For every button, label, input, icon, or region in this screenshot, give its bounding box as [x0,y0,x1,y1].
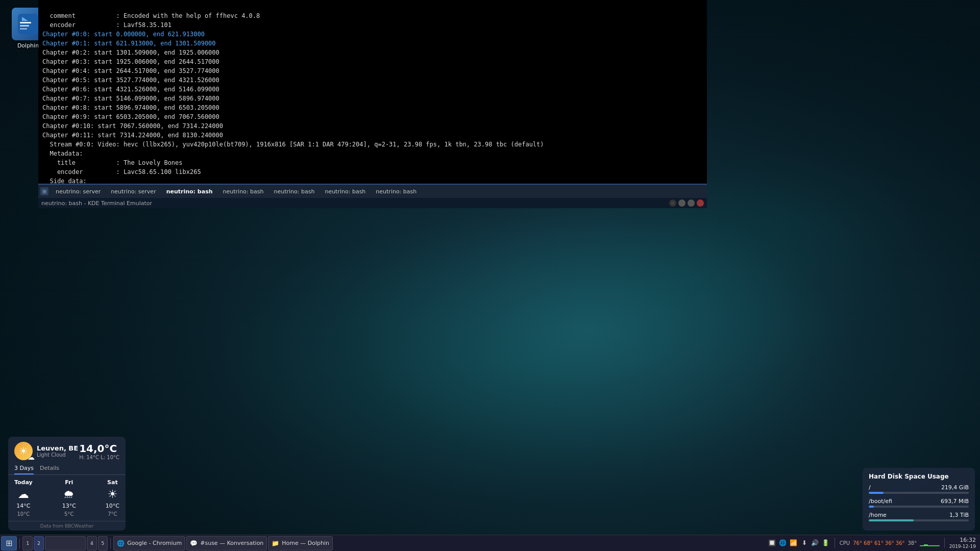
weather-day-sat-name: Sat [107,479,118,486]
terminal-tab-server1[interactable]: neutrino: server [51,187,106,196]
taskbar-sep-tray [835,538,835,548]
tray-bluetooth-icon[interactable]: 📶 [790,539,798,547]
term-line-comment: comment : Encoded with the help of ffhev… [42,12,260,19]
dolphin-taskbar-icon: 📁 [272,540,279,547]
pager-desktop-4[interactable]: 4 [87,536,97,550]
disk-mount-root: / [869,484,871,491]
term-line-ch10: Chapter #0:10: start 7067.560000, end 73… [42,122,223,130]
taskbar-dolphin[interactable]: 📁 Home — Dolphin [268,536,333,550]
tab-expand-btn[interactable]: ⊞ [40,187,48,195]
disk-row-home-header: /home 1,3 TiB [869,512,969,518]
terminal-minimize-btn[interactable]: — [678,199,685,207]
terminal-tab-bash1[interactable]: neutrino: bash [161,187,218,196]
weather-temperature: 14,0°C [79,442,119,455]
weather-widget: ☀ ☁ Leuven, BE Light Cloud 14,0°C H: 14°… [8,437,126,531]
tray-activities-icon[interactable]: 🔲 [768,539,776,547]
konversation-label: #suse — Konversation [200,540,263,546]
weather-day-sat: Sat ☀ 10°C 7°C [106,479,119,517]
weather-day-sat-icon: ☀ [108,488,118,500]
clock[interactable]: 16:32 2019-12-19 [949,537,976,550]
terminal-settings-btn[interactable]: ⚙ [669,199,676,207]
taskbar-sep-1 [19,538,20,548]
disk-mount-efi: /boot/efi [869,498,892,505]
weather-location-block: ☀ ☁ Leuven, BE Light Cloud [14,442,78,460]
gpu-temp: 38° [908,540,917,546]
term-line-ch00: Chapter #0:0: start 0.000000, end 621.91… [42,31,205,38]
weather-day-sat-hi: 10°C [106,503,119,509]
term-line-ch01: Chapter #0:1: start 621.913000, end 1301… [42,40,216,47]
taskbar-konversation[interactable]: 💬 #suse — Konversation [186,536,267,550]
weather-day-fri-lo: 5°C [64,511,74,517]
term-line-ch08: Chapter #0:8: start 5896.974000, end 650… [42,104,219,111]
term-line-ch04: Chapter #0:4: start 2644.517000, end 352… [42,67,219,74]
terminal-titlebar: neutrino: bash - KDE Terminal Emulator ⚙… [38,198,707,208]
terminal-tab-server2[interactable]: neutrino: server [106,187,161,196]
tray-network-icon[interactable]: 🌐 [779,539,787,547]
terminal-window: comment : Encoded with the help of ffhev… [38,0,707,207]
pager-desktop-2[interactable]: 2 [34,536,44,550]
weather-day-today-name: Today [14,479,33,486]
term-line-title1: title : The Lovely Bones [42,159,183,166]
pager-icon-4: 4 [90,541,93,546]
tray-updates-icon[interactable]: ⬇ [800,539,808,547]
disk-title: Hard Disk Space Usage [869,473,969,480]
weather-hi-lo: H: 14°C L: 10°C [79,455,119,460]
pager-icon-1: 1 [26,541,29,546]
term-line-ch11: Chapter #0:11: start 7314.224000, end 81… [42,132,223,139]
weather-days: Today ☁ 14°C 10°C Fri 🌧 13°C 5°C Sat ☀ 1… [8,475,126,521]
weather-hi: 14°C [86,455,99,460]
pager-icon-5: 5 [102,541,105,546]
cpu-stat: CPU [840,540,850,546]
term-line-ch06: Chapter #0:6: start 4321.526000, end 514… [42,86,219,93]
terminal-tab-bash3[interactable]: neutrino: bash [268,187,320,196]
taskbar-right: 🔲 🌐 📶 ⬇ 🔊 🔋 CPU 76° 68° 61° 36° 36° 38° … [768,537,980,550]
weather-day-sat-lo: 7°C [108,511,117,517]
weather-location-info: Leuven, BE Light Cloud [37,444,78,458]
disk-size-efi: 693,7 MiB [941,498,969,505]
disk-row-efi-header: /boot/efi 693,7 MiB [869,498,969,505]
weather-day-today-hi: 14°C [16,503,30,509]
pager-icon-2: 2 [37,541,40,546]
terminal-maximize-btn[interactable]: □ [688,199,695,207]
weather-tab-3days[interactable]: 3 Days [14,463,34,474]
terminal-content: comment : Encoded with the help of ffhev… [38,0,707,207]
terminal-tabbar: ⊞ neutrino: server neutrino: server neut… [38,184,707,198]
pager-desktop-5[interactable]: 5 [98,536,108,550]
konversation-icon: 💬 [190,540,198,547]
pager-desktop-1[interactable]: 1 [22,536,33,550]
tray-battery-icon[interactable]: 🔋 [822,539,830,547]
disk-row-root: / 219,4 GiB [869,484,969,494]
term-line-ch05: Chapter #0:5: start 3527.774000, end 432… [42,77,219,84]
weather-day-fri-hi: 13°C [62,503,76,509]
weather-temp-block: 14,0°C H: 14°C L: 10°C [79,442,119,460]
weather-description: Light Cloud [37,452,78,458]
weather-source: Data from BBCWeather [8,521,126,531]
taskbar-sep-2 [110,538,111,548]
disk-widget: Hard Disk Space Usage / 219,4 GiB /boot/… [863,468,975,531]
terminal-tab-bash2[interactable]: neutrino: bash [218,187,269,196]
dolphin-taskbar-label: Home — Dolphin [282,540,329,546]
weather-location-name: Leuven, BE [37,444,78,452]
terminal-close-btn[interactable]: ✕ [697,199,704,207]
terminal-tab-bash4[interactable]: neutrino: bash [320,187,371,196]
weather-icon: ☀ ☁ [14,442,33,460]
terminal-title-text: neutrino: bash - KDE Terminal Emulator [41,200,152,207]
start-button[interactable]: ⊞ [1,536,17,550]
pager-desktop-3[interactable] [45,536,86,550]
disk-bar-root [869,492,969,494]
taskbar-chromium[interactable]: 🌐 Google - Chromium [113,536,185,550]
svg-rect-3 [20,28,27,30]
tray-icons: 🔲 🌐 📶 ⬇ 🔊 🔋 [768,539,830,547]
term-line-stream00: Stream #0:0: Video: hevc (llbx265), yuv4… [42,141,544,148]
weather-tab-details[interactable]: Details [40,463,59,474]
taskbar: ⊞ 1 2 4 5 🌐 Google - Chromium [0,535,980,551]
term-line-ch09: Chapter #0:9: start 6503.205000, end 706… [42,113,219,120]
term-line-ch03: Chapter #0:3: start 1925.006000, end 264… [42,58,219,65]
terminal-tab-bash5[interactable]: neutrino: bash [371,187,422,196]
disk-size-root: 219,4 GiB [941,484,969,491]
term-line-encoder: encoder : Lavf58.35.101 [42,21,172,29]
svg-rect-1 [20,22,31,23]
tray-volume-icon[interactable]: 🔊 [811,539,819,547]
weather-lo: 10°C [107,455,119,460]
disk-bar-fill-efi [869,506,874,508]
